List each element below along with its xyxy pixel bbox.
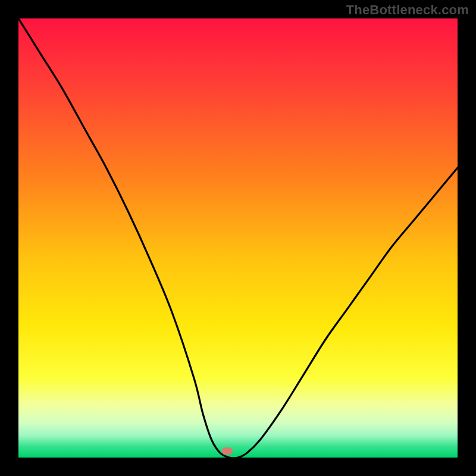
optimal-point-marker xyxy=(222,447,233,455)
plot-area xyxy=(18,18,458,458)
watermark-text: TheBottleneck.com xyxy=(346,2,469,18)
chart-frame: TheBottleneck.com xyxy=(0,0,476,476)
bottleneck-curve xyxy=(18,18,458,458)
